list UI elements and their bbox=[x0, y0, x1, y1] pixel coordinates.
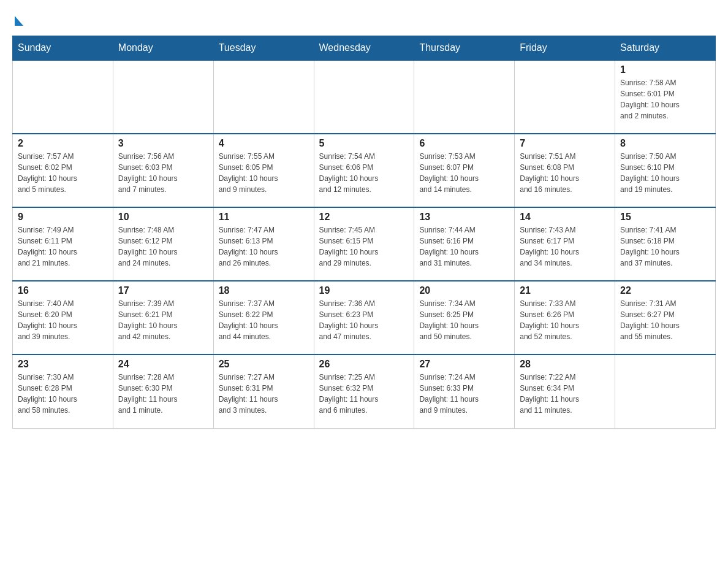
day-info: Sunrise: 7:34 AM Sunset: 6:25 PM Dayligh… bbox=[419, 298, 509, 342]
calendar-cell: 2Sunrise: 7:57 AM Sunset: 6:02 PM Daylig… bbox=[13, 134, 113, 207]
day-info: Sunrise: 7:47 AM Sunset: 6:13 PM Dayligh… bbox=[219, 224, 309, 269]
day-info: Sunrise: 7:28 AM Sunset: 6:30 PM Dayligh… bbox=[118, 372, 208, 416]
calendar-cell: 4Sunrise: 7:55 AM Sunset: 6:05 PM Daylig… bbox=[213, 134, 314, 207]
day-number: 17 bbox=[118, 285, 208, 296]
calendar-table: SundayMondayTuesdayWednesdayThursdayFrid… bbox=[12, 36, 716, 429]
day-number: 1 bbox=[620, 64, 710, 75]
day-number: 6 bbox=[419, 138, 509, 149]
day-number: 9 bbox=[18, 212, 108, 223]
weekday-header-tuesday: Tuesday bbox=[213, 36, 314, 61]
day-info: Sunrise: 7:30 AM Sunset: 6:28 PM Dayligh… bbox=[18, 372, 108, 416]
weekday-header-wednesday: Wednesday bbox=[314, 36, 414, 61]
calendar-cell: 24Sunrise: 7:28 AM Sunset: 6:30 PM Dayli… bbox=[113, 354, 213, 428]
day-info: Sunrise: 7:48 AM Sunset: 6:12 PM Dayligh… bbox=[118, 224, 208, 269]
calendar-cell: 5Sunrise: 7:54 AM Sunset: 6:06 PM Daylig… bbox=[314, 134, 414, 207]
calendar-cell: 28Sunrise: 7:22 AM Sunset: 6:34 PM Dayli… bbox=[515, 354, 615, 428]
day-number: 27 bbox=[419, 359, 509, 370]
calendar-cell bbox=[515, 60, 615, 134]
day-info: Sunrise: 7:33 AM Sunset: 6:26 PM Dayligh… bbox=[520, 298, 610, 342]
day-info: Sunrise: 7:22 AM Sunset: 6:34 PM Dayligh… bbox=[520, 372, 610, 416]
calendar-cell: 1Sunrise: 7:58 AM Sunset: 6:01 PM Daylig… bbox=[615, 60, 716, 134]
day-number: 15 bbox=[620, 212, 710, 223]
day-info: Sunrise: 7:31 AM Sunset: 6:27 PM Dayligh… bbox=[620, 298, 710, 342]
calendar-cell: 14Sunrise: 7:43 AM Sunset: 6:17 PM Dayli… bbox=[515, 207, 615, 281]
calendar-cell: 21Sunrise: 7:33 AM Sunset: 6:26 PM Dayli… bbox=[515, 281, 615, 354]
calendar-cell bbox=[615, 354, 716, 428]
day-number: 11 bbox=[219, 212, 309, 223]
calendar-cell: 10Sunrise: 7:48 AM Sunset: 6:12 PM Dayli… bbox=[113, 207, 213, 281]
day-number: 13 bbox=[419, 212, 509, 223]
calendar-week-3: 9Sunrise: 7:49 AM Sunset: 6:11 PM Daylig… bbox=[13, 207, 716, 281]
day-number: 12 bbox=[319, 212, 409, 223]
calendar-cell bbox=[414, 60, 515, 134]
day-number: 18 bbox=[219, 285, 309, 296]
calendar-cell bbox=[113, 60, 213, 134]
day-number: 23 bbox=[18, 359, 108, 370]
day-number: 3 bbox=[118, 138, 208, 149]
calendar-week-4: 16Sunrise: 7:40 AM Sunset: 6:20 PM Dayli… bbox=[13, 281, 716, 354]
day-info: Sunrise: 7:45 AM Sunset: 6:15 PM Dayligh… bbox=[319, 224, 409, 269]
calendar-cell bbox=[213, 60, 314, 134]
day-info: Sunrise: 7:58 AM Sunset: 6:01 PM Dayligh… bbox=[620, 77, 710, 121]
calendar-cell: 19Sunrise: 7:36 AM Sunset: 6:23 PM Dayli… bbox=[314, 281, 414, 354]
day-info: Sunrise: 7:54 AM Sunset: 6:06 PM Dayligh… bbox=[319, 151, 409, 195]
day-info: Sunrise: 7:24 AM Sunset: 6:33 PM Dayligh… bbox=[419, 372, 509, 416]
day-info: Sunrise: 7:27 AM Sunset: 6:31 PM Dayligh… bbox=[219, 372, 309, 416]
day-number: 21 bbox=[520, 285, 610, 296]
day-info: Sunrise: 7:49 AM Sunset: 6:11 PM Dayligh… bbox=[18, 224, 108, 269]
day-number: 8 bbox=[620, 138, 710, 149]
calendar-cell: 7Sunrise: 7:51 AM Sunset: 6:08 PM Daylig… bbox=[515, 134, 615, 207]
calendar-cell: 22Sunrise: 7:31 AM Sunset: 6:27 PM Dayli… bbox=[615, 281, 716, 354]
calendar-cell: 12Sunrise: 7:45 AM Sunset: 6:15 PM Dayli… bbox=[314, 207, 414, 281]
day-number: 10 bbox=[118, 212, 208, 223]
weekday-header-saturday: Saturday bbox=[615, 36, 716, 61]
calendar-cell: 25Sunrise: 7:27 AM Sunset: 6:31 PM Dayli… bbox=[213, 354, 314, 428]
calendar-cell bbox=[13, 60, 113, 134]
day-info: Sunrise: 7:25 AM Sunset: 6:32 PM Dayligh… bbox=[319, 372, 409, 416]
calendar-week-1: 1Sunrise: 7:58 AM Sunset: 6:01 PM Daylig… bbox=[13, 60, 716, 134]
day-number: 20 bbox=[419, 285, 509, 296]
calendar-cell: 3Sunrise: 7:56 AM Sunset: 6:03 PM Daylig… bbox=[113, 134, 213, 207]
weekday-header-monday: Monday bbox=[113, 36, 213, 61]
day-info: Sunrise: 7:37 AM Sunset: 6:22 PM Dayligh… bbox=[219, 298, 309, 342]
day-number: 16 bbox=[18, 285, 108, 296]
calendar-cell: 9Sunrise: 7:49 AM Sunset: 6:11 PM Daylig… bbox=[13, 207, 113, 281]
day-number: 26 bbox=[319, 359, 409, 370]
logo-triangle-icon bbox=[15, 16, 23, 26]
calendar-week-5: 23Sunrise: 7:30 AM Sunset: 6:28 PM Dayli… bbox=[13, 354, 716, 428]
day-info: Sunrise: 7:43 AM Sunset: 6:17 PM Dayligh… bbox=[520, 224, 610, 269]
calendar-body: 1Sunrise: 7:58 AM Sunset: 6:01 PM Daylig… bbox=[13, 60, 716, 428]
calendar-cell: 27Sunrise: 7:24 AM Sunset: 6:33 PM Dayli… bbox=[414, 354, 515, 428]
calendar-cell: 23Sunrise: 7:30 AM Sunset: 6:28 PM Dayli… bbox=[13, 354, 113, 428]
day-info: Sunrise: 7:56 AM Sunset: 6:03 PM Dayligh… bbox=[118, 151, 208, 195]
calendar-cell: 15Sunrise: 7:41 AM Sunset: 6:18 PM Dayli… bbox=[615, 207, 716, 281]
day-number: 22 bbox=[620, 285, 710, 296]
day-number: 25 bbox=[219, 359, 309, 370]
calendar-cell: 17Sunrise: 7:39 AM Sunset: 6:21 PM Dayli… bbox=[113, 281, 213, 354]
calendar-cell: 13Sunrise: 7:44 AM Sunset: 6:16 PM Dayli… bbox=[414, 207, 515, 281]
page-header bbox=[12, 12, 716, 23]
calendar-cell: 16Sunrise: 7:40 AM Sunset: 6:20 PM Dayli… bbox=[13, 281, 113, 354]
day-info: Sunrise: 7:50 AM Sunset: 6:10 PM Dayligh… bbox=[620, 151, 710, 195]
calendar-cell: 26Sunrise: 7:25 AM Sunset: 6:32 PM Dayli… bbox=[314, 354, 414, 428]
day-info: Sunrise: 7:55 AM Sunset: 6:05 PM Dayligh… bbox=[219, 151, 309, 195]
calendar-header: SundayMondayTuesdayWednesdayThursdayFrid… bbox=[13, 36, 716, 61]
day-info: Sunrise: 7:53 AM Sunset: 6:07 PM Dayligh… bbox=[419, 151, 509, 195]
calendar-cell: 11Sunrise: 7:47 AM Sunset: 6:13 PM Dayli… bbox=[213, 207, 314, 281]
day-info: Sunrise: 7:39 AM Sunset: 6:21 PM Dayligh… bbox=[118, 298, 208, 342]
logo bbox=[12, 12, 29, 23]
weekday-header-sunday: Sunday bbox=[13, 36, 113, 61]
day-number: 24 bbox=[118, 359, 208, 370]
calendar-cell: 20Sunrise: 7:34 AM Sunset: 6:25 PM Dayli… bbox=[414, 281, 515, 354]
day-number: 7 bbox=[520, 138, 610, 149]
day-info: Sunrise: 7:40 AM Sunset: 6:20 PM Dayligh… bbox=[18, 298, 108, 342]
calendar-cell: 8Sunrise: 7:50 AM Sunset: 6:10 PM Daylig… bbox=[615, 134, 716, 207]
calendar-cell: 18Sunrise: 7:37 AM Sunset: 6:22 PM Dayli… bbox=[213, 281, 314, 354]
day-info: Sunrise: 7:44 AM Sunset: 6:16 PM Dayligh… bbox=[419, 224, 509, 269]
day-info: Sunrise: 7:41 AM Sunset: 6:18 PM Dayligh… bbox=[620, 224, 710, 269]
day-number: 2 bbox=[18, 138, 108, 149]
calendar-week-2: 2Sunrise: 7:57 AM Sunset: 6:02 PM Daylig… bbox=[13, 134, 716, 207]
day-number: 28 bbox=[520, 359, 610, 370]
day-number: 5 bbox=[319, 138, 409, 149]
weekday-header-friday: Friday bbox=[515, 36, 615, 61]
